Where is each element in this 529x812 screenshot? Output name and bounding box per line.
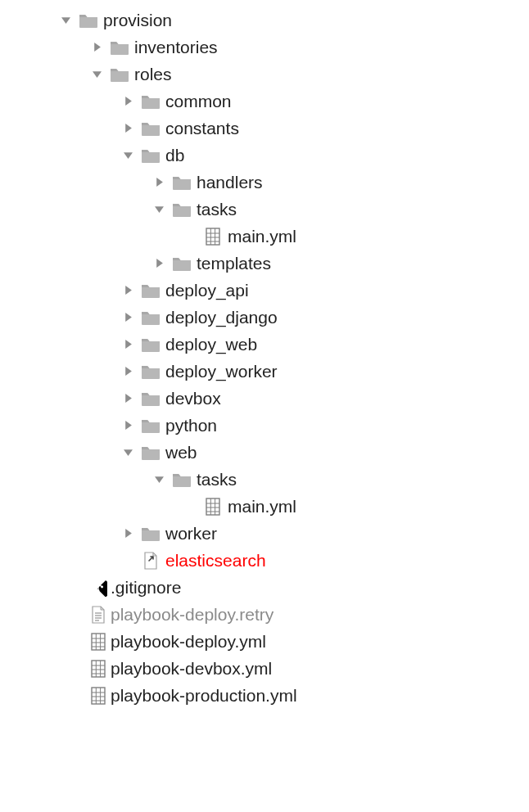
folder-icon [79, 11, 98, 30]
disclosure-arrow-expanded-icon[interactable] [151, 201, 167, 218]
disclosure-arrow-collapsed-icon[interactable] [120, 120, 136, 137]
tree-item-playbook-devbox-yml[interactable]: playbook-devbox.yml [0, 655, 529, 682]
tree-item-label: elasticsearch [165, 547, 266, 575]
tree-item-playbook-deploy-yml[interactable]: playbook-deploy.yml [0, 628, 529, 655]
svg-rect-52 [92, 688, 105, 704]
folder-icon [141, 443, 161, 462]
disclosure-arrow-expanded-icon[interactable] [120, 147, 136, 164]
tree-item-label: handlers [197, 169, 263, 196]
tree-item-main-yml[interactable]: main.yml [0, 223, 529, 250]
svg-marker-6 [156, 178, 163, 187]
svg-rect-40 [92, 634, 105, 650]
folder-icon [141, 524, 161, 544]
svg-marker-19 [125, 394, 132, 403]
tree-item-main-yml[interactable]: main.yml [0, 493, 529, 520]
tree-item-templates[interactable]: templates [0, 250, 529, 277]
tree-item-label: deploy_worker [165, 358, 278, 386]
folder-icon [172, 200, 192, 219]
folder-icon [141, 389, 161, 408]
file-tree: provision inventories roles common const… [0, 7, 529, 709]
tree-item-db[interactable]: db [0, 142, 529, 169]
disclosure-arrow-collapsed-icon[interactable] [151, 255, 167, 272]
tree-item-playbook-production-yml[interactable]: playbook-production.yml [0, 682, 529, 709]
tree-item-worker[interactable]: worker [0, 520, 529, 547]
tree-item-gitignore[interactable]: .gitignore [0, 574, 529, 601]
disclosure-arrow-collapsed-icon[interactable] [120, 417, 136, 434]
svg-marker-22 [155, 476, 164, 483]
folder-icon [141, 281, 161, 300]
disclosure-arrow-collapsed-icon[interactable] [120, 282, 136, 299]
folder-icon [141, 362, 161, 381]
tree-item-elasticsearch[interactable]: elasticsearch [0, 547, 529, 574]
disclosure-arrow-collapsed-icon[interactable] [151, 174, 167, 191]
tree-item-playbook-deploy-retry[interactable]: playbook-deploy.retry [0, 601, 529, 628]
tree-item-deploy-worker[interactable]: deploy_worker [0, 358, 529, 385]
folder-icon [141, 92, 161, 111]
tree-item-constants[interactable]: constants [0, 115, 529, 142]
svg-marker-21 [124, 449, 133, 456]
folder-icon [172, 173, 192, 192]
tree-item-label: provision [103, 7, 172, 34]
tree-item-label: devbox [165, 385, 221, 413]
disclosure-arrow-collapsed-icon[interactable] [120, 309, 136, 326]
tree-item-label: playbook-deploy.yml [111, 628, 266, 656]
tree-item-tasks[interactable]: tasks [0, 196, 529, 223]
tree-item-common[interactable]: common [0, 88, 529, 115]
tree-item-label: deploy_api [165, 277, 249, 304]
tree-item-label: .gitignore [111, 574, 181, 602]
svg-marker-15 [125, 286, 132, 295]
svg-marker-7 [155, 206, 164, 213]
disclosure-arrow-expanded-icon[interactable] [57, 12, 74, 29]
disclosure-arrow-collapsed-icon[interactable] [120, 390, 136, 407]
tree-item-label: tasks [197, 196, 237, 223]
folder-icon [141, 119, 161, 138]
yaml-file-icon [203, 497, 223, 517]
folder-icon [141, 146, 161, 165]
tree-item-deploy-web[interactable]: deploy_web [0, 331, 529, 358]
folder-icon [141, 416, 161, 435]
disclosure-arrow-expanded-icon[interactable] [120, 444, 136, 461]
folder-icon [141, 335, 161, 354]
tree-item-label: tasks [197, 466, 237, 494]
folder-icon [110, 38, 129, 57]
svg-marker-3 [125, 97, 132, 106]
tree-item-devbox[interactable]: devbox [0, 385, 529, 412]
tree-item-web[interactable]: web [0, 439, 529, 466]
svg-marker-17 [125, 340, 132, 349]
disclosure-arrow-expanded-icon[interactable] [88, 66, 105, 83]
tree-item-deploy-django[interactable]: deploy_django [0, 304, 529, 331]
tree-item-label: constants [165, 115, 239, 142]
tree-item-label: roles [134, 61, 172, 88]
svg-marker-29 [125, 529, 132, 538]
folder-icon [172, 470, 192, 489]
tree-item-roles[interactable]: roles [0, 61, 529, 88]
svg-marker-4 [125, 124, 132, 133]
tree-item-label: db [165, 142, 184, 169]
tree-item-inventories[interactable]: inventories [0, 34, 529, 61]
tree-item-python[interactable]: python [0, 412, 529, 439]
tree-item-tasks[interactable]: tasks [0, 466, 529, 493]
disclosure-arrow-collapsed-icon[interactable] [120, 93, 136, 110]
tree-item-label: playbook-deploy.retry [111, 601, 274, 629]
tree-item-label: templates [197, 250, 271, 277]
svg-marker-14 [156, 259, 163, 268]
disclosure-arrow-collapsed-icon[interactable] [120, 526, 136, 542]
svg-rect-8 [206, 228, 219, 245]
svg-marker-1 [94, 43, 101, 52]
disclosure-arrow-collapsed-icon[interactable] [120, 336, 136, 353]
svg-rect-23 [206, 498, 219, 515]
tree-item-label: web [165, 439, 197, 467]
disclosure-arrow-expanded-icon[interactable] [151, 471, 167, 488]
tree-item-provision[interactable]: provision [0, 7, 529, 34]
yaml-file-icon [203, 227, 223, 246]
tree-item-label: deploy_django [165, 304, 278, 332]
disclosure-arrow-collapsed-icon[interactable] [88, 39, 105, 56]
folder-icon [141, 308, 161, 327]
tree-item-deploy-api[interactable]: deploy_api [0, 277, 529, 304]
symlink-file-icon [141, 551, 161, 571]
tree-item-label: python [165, 412, 217, 440]
yaml-file-icon [88, 659, 108, 679]
folder-icon [172, 254, 192, 273]
disclosure-arrow-collapsed-icon[interactable] [120, 363, 136, 380]
tree-item-handlers[interactable]: handlers [0, 169, 529, 196]
